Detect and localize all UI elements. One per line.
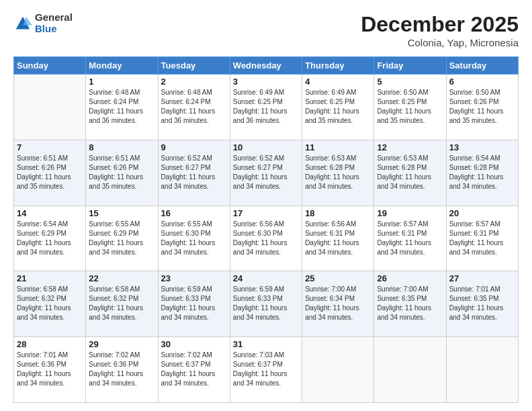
calendar-day-cell (446, 337, 518, 403)
calendar-day-cell: 3 Sunrise: 6:49 AMSunset: 6:25 PMDayligh… (230, 75, 302, 140)
calendar-week-row: 28 Sunrise: 7:01 AMSunset: 6:36 PMDaylig… (14, 337, 519, 403)
calendar-week-row: 1 Sunrise: 6:48 AMSunset: 6:24 PMDayligh… (14, 75, 519, 140)
calendar-week-row: 7 Sunrise: 6:51 AMSunset: 6:26 PMDayligh… (14, 140, 519, 205)
day-detail: Sunrise: 7:00 AMSunset: 6:35 PMDaylight:… (377, 285, 431, 321)
day-number: 10 (233, 142, 299, 152)
calendar-day-header: Wednesday (230, 57, 302, 75)
calendar-table: SundayMondayTuesdayWednesdayThursdayFrid… (13, 56, 519, 403)
day-number: 28 (17, 339, 83, 349)
day-detail: Sunrise: 7:03 AMSunset: 6:37 PMDaylight:… (233, 351, 287, 387)
calendar-day-cell: 4 Sunrise: 6:49 AMSunset: 6:25 PMDayligh… (302, 75, 374, 140)
calendar-day-cell: 15 Sunrise: 6:55 AMSunset: 6:29 PMDaylig… (86, 205, 158, 271)
calendar-day-cell: 24 Sunrise: 6:59 AMSunset: 6:33 PMDaylig… (230, 271, 302, 337)
day-number: 17 (233, 208, 299, 218)
day-detail: Sunrise: 6:48 AMSunset: 6:24 PMDaylight:… (89, 89, 143, 124)
day-detail: Sunrise: 6:50 AMSunset: 6:26 PMDaylight:… (449, 89, 504, 124)
title-block: December 2025 Colonia, Yap, Micronesia (361, 12, 519, 48)
day-detail: Sunrise: 6:59 AMSunset: 6:33 PMDaylight:… (161, 285, 216, 321)
day-detail: Sunrise: 6:52 AMSunset: 6:27 PMDaylight:… (161, 154, 216, 190)
calendar-day-header: Thursday (302, 57, 374, 75)
calendar-day-cell: 17 Sunrise: 6:56 AMSunset: 6:30 PMDaylig… (230, 205, 302, 271)
day-detail: Sunrise: 7:01 AMSunset: 6:35 PMDaylight:… (449, 285, 504, 321)
day-number: 26 (377, 273, 443, 283)
day-number: 14 (17, 208, 83, 218)
day-detail: Sunrise: 6:52 AMSunset: 6:27 PMDaylight:… (233, 154, 287, 190)
calendar-header-row: SundayMondayTuesdayWednesdayThursdayFrid… (14, 57, 519, 75)
calendar-day-cell: 25 Sunrise: 7:00 AMSunset: 6:34 PMDaylig… (302, 271, 374, 337)
calendar-day-cell (14, 75, 86, 140)
day-detail: Sunrise: 6:51 AMSunset: 6:26 PMDaylight:… (89, 154, 143, 190)
day-number: 12 (377, 142, 443, 152)
day-detail: Sunrise: 6:56 AMSunset: 6:31 PMDaylight:… (305, 220, 359, 256)
calendar-day-cell: 1 Sunrise: 6:48 AMSunset: 6:24 PMDayligh… (86, 75, 158, 140)
calendar-day-cell: 19 Sunrise: 6:57 AMSunset: 6:31 PMDaylig… (374, 205, 446, 271)
calendar-day-cell: 13 Sunrise: 6:54 AMSunset: 6:28 PMDaylig… (446, 140, 518, 205)
logo-icon (13, 14, 32, 33)
day-detail: Sunrise: 6:54 AMSunset: 6:29 PMDaylight:… (17, 220, 71, 256)
calendar-day-cell: 2 Sunrise: 6:48 AMSunset: 6:24 PMDayligh… (158, 75, 230, 140)
page: General Blue December 2025 Colonia, Yap,… (0, 0, 532, 411)
day-detail: Sunrise: 6:50 AMSunset: 6:25 PMDaylight:… (377, 89, 431, 124)
day-number: 13 (449, 142, 515, 152)
calendar-day-cell: 16 Sunrise: 6:55 AMSunset: 6:30 PMDaylig… (158, 205, 230, 271)
calendar-day-header: Monday (86, 57, 158, 75)
day-number: 1 (89, 77, 154, 87)
calendar-day-cell (374, 337, 446, 403)
day-detail: Sunrise: 6:53 AMSunset: 6:28 PMDaylight:… (377, 154, 431, 190)
day-number: 8 (89, 142, 154, 152)
calendar-day-cell: 30 Sunrise: 7:02 AMSunset: 6:37 PMDaylig… (158, 337, 230, 403)
day-number: 21 (17, 273, 83, 283)
day-detail: Sunrise: 6:55 AMSunset: 6:30 PMDaylight:… (161, 220, 216, 256)
calendar-day-cell: 31 Sunrise: 7:03 AMSunset: 6:37 PMDaylig… (230, 337, 302, 403)
day-number: 29 (89, 339, 154, 349)
calendar-day-cell: 20 Sunrise: 6:57 AMSunset: 6:31 PMDaylig… (446, 205, 518, 271)
day-number: 31 (233, 339, 299, 349)
day-number: 15 (89, 208, 154, 218)
day-number: 18 (305, 208, 371, 218)
day-detail: Sunrise: 7:00 AMSunset: 6:34 PMDaylight:… (305, 285, 359, 321)
day-detail: Sunrise: 6:54 AMSunset: 6:28 PMDaylight:… (449, 154, 504, 190)
day-detail: Sunrise: 6:55 AMSunset: 6:29 PMDaylight:… (89, 220, 143, 256)
calendar-day-cell: 27 Sunrise: 7:01 AMSunset: 6:35 PMDaylig… (446, 271, 518, 337)
logo-blue: Blue (35, 24, 73, 35)
day-number: 27 (449, 273, 515, 283)
day-number: 22 (89, 273, 154, 283)
calendar-day-cell: 6 Sunrise: 6:50 AMSunset: 6:26 PMDayligh… (446, 75, 518, 140)
day-number: 20 (449, 208, 515, 218)
calendar-day-cell: 9 Sunrise: 6:52 AMSunset: 6:27 PMDayligh… (158, 140, 230, 205)
calendar-day-header: Saturday (446, 57, 518, 75)
calendar-day-cell: 21 Sunrise: 6:58 AMSunset: 6:32 PMDaylig… (14, 271, 86, 337)
day-detail: Sunrise: 6:53 AMSunset: 6:28 PMDaylight:… (305, 154, 359, 190)
day-number: 23 (161, 273, 227, 283)
calendar-day-cell: 7 Sunrise: 6:51 AMSunset: 6:26 PMDayligh… (14, 140, 86, 205)
day-number: 11 (305, 142, 371, 152)
calendar-week-row: 21 Sunrise: 6:58 AMSunset: 6:32 PMDaylig… (14, 271, 519, 337)
logo-general: General (35, 12, 73, 24)
header: General Blue December 2025 Colonia, Yap,… (13, 12, 519, 48)
day-number: 30 (161, 339, 227, 349)
calendar-week-row: 14 Sunrise: 6:54 AMSunset: 6:29 PMDaylig… (14, 205, 519, 271)
day-number: 2 (161, 77, 227, 87)
day-number: 5 (377, 77, 443, 87)
calendar-day-cell: 26 Sunrise: 7:00 AMSunset: 6:35 PMDaylig… (374, 271, 446, 337)
subtitle: Colonia, Yap, Micronesia (361, 37, 519, 48)
day-number: 24 (233, 273, 299, 283)
day-detail: Sunrise: 6:48 AMSunset: 6:24 PMDaylight:… (161, 89, 216, 124)
logo: General Blue (13, 12, 73, 34)
calendar-day-cell: 14 Sunrise: 6:54 AMSunset: 6:29 PMDaylig… (14, 205, 86, 271)
day-detail: Sunrise: 6:57 AMSunset: 6:31 PMDaylight:… (449, 220, 504, 256)
calendar-day-cell: 12 Sunrise: 6:53 AMSunset: 6:28 PMDaylig… (374, 140, 446, 205)
calendar-day-cell (302, 337, 374, 403)
calendar-day-cell: 10 Sunrise: 6:52 AMSunset: 6:27 PMDaylig… (230, 140, 302, 205)
day-detail: Sunrise: 7:01 AMSunset: 6:36 PMDaylight:… (17, 351, 71, 387)
calendar-day-cell: 8 Sunrise: 6:51 AMSunset: 6:26 PMDayligh… (86, 140, 158, 205)
calendar-day-cell: 28 Sunrise: 7:01 AMSunset: 6:36 PMDaylig… (14, 337, 86, 403)
day-detail: Sunrise: 6:58 AMSunset: 6:32 PMDaylight:… (89, 285, 143, 321)
day-detail: Sunrise: 6:59 AMSunset: 6:33 PMDaylight:… (233, 285, 287, 321)
calendar-day-cell: 29 Sunrise: 7:02 AMSunset: 6:36 PMDaylig… (86, 337, 158, 403)
day-detail: Sunrise: 6:57 AMSunset: 6:31 PMDaylight:… (377, 220, 431, 256)
day-number: 19 (377, 208, 443, 218)
day-number: 25 (305, 273, 371, 283)
day-detail: Sunrise: 6:56 AMSunset: 6:30 PMDaylight:… (233, 220, 287, 256)
main-title: December 2025 (361, 12, 519, 37)
